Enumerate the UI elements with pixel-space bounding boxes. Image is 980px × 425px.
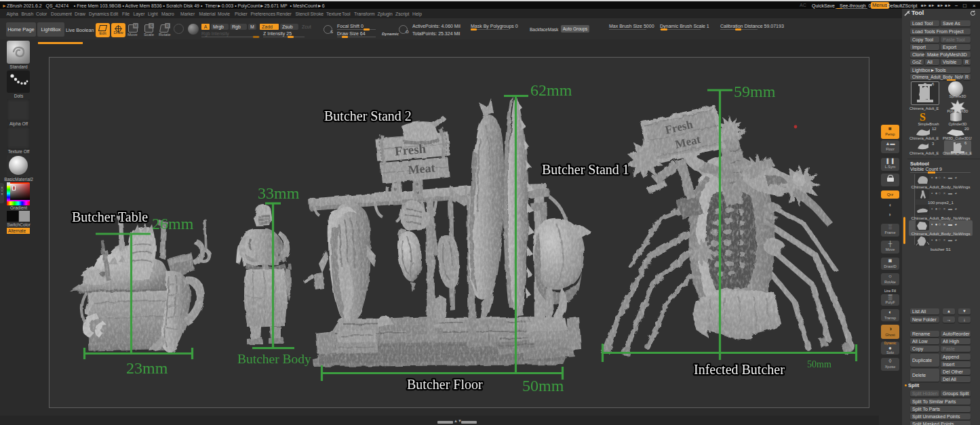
svg-text:50mm: 50mm — [807, 359, 831, 369]
svg-text:26mm: 26mm — [152, 215, 194, 232]
svg-text:Infected Butcher: Infected Butcher — [694, 362, 785, 377]
svg-text:59mm: 59mm — [734, 83, 776, 100]
svg-text:50mm: 50mm — [522, 377, 564, 394]
svg-text:33mm: 33mm — [258, 184, 300, 202]
svg-text:Butcher Stand 1: Butcher Stand 1 — [542, 162, 629, 177]
svg-text:Butcher Table: Butcher Table — [72, 209, 148, 224]
svg-text:62mm: 62mm — [530, 81, 572, 99]
svg-text:Butcher Stand 2: Butcher Stand 2 — [324, 108, 412, 123]
svg-text:Meat: Meat — [408, 161, 436, 176]
svg-text:Fresh: Fresh — [394, 141, 427, 158]
svg-text:Butcher Floor: Butcher Floor — [407, 377, 483, 392]
svg-text:23mm: 23mm — [126, 359, 168, 377]
svg-text:Butcher Body: Butcher Body — [237, 352, 311, 366]
